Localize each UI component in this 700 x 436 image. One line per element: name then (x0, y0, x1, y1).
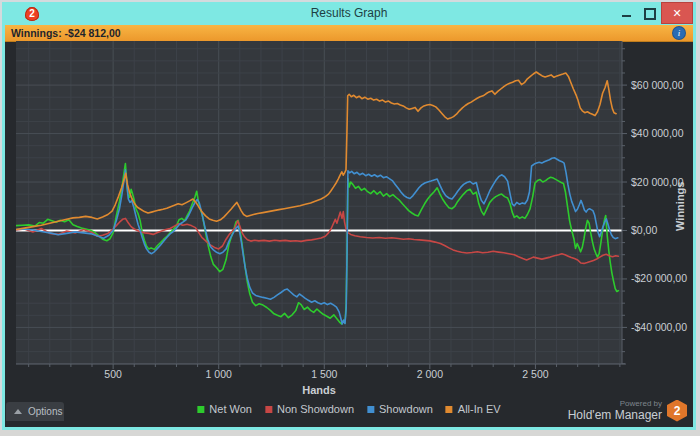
x-tick-label: 1 000 (206, 368, 232, 380)
x-tick-label: 1 500 (311, 368, 337, 380)
legend-label: All-In EV (458, 403, 501, 415)
legend-item-net-won[interactable]: Net Won (197, 403, 252, 415)
minimize-icon (622, 15, 631, 17)
winnings-value: -$24 812,00 (65, 27, 121, 39)
desktop-edge (0, 430, 700, 436)
hm2-brand-icon: 2 (667, 400, 687, 422)
maximize-button[interactable] (639, 2, 661, 24)
x-tick-label: 2 000 (417, 368, 443, 380)
legend-swatch-icon (265, 406, 272, 413)
y-tick-label: $60 000,00 (631, 79, 684, 91)
powered-by-block: Powered by Hold'em Manager 2 (568, 399, 687, 422)
legend-swatch-icon (367, 406, 374, 413)
brand-name: Hold'em Manager (568, 408, 662, 422)
winnings-banner: Winnings: -$24 812,00 i (5, 25, 693, 42)
minimize-button[interactable] (617, 2, 639, 24)
legend-label: Non Showdown (277, 403, 354, 415)
y-tick-label: $40 000,00 (631, 127, 684, 139)
legend-item-showdown[interactable]: Showdown (367, 403, 433, 415)
options-label: Options (28, 406, 62, 417)
legend-swatch-icon (446, 406, 453, 413)
title-bar[interactable]: 2 Results Graph ✕ (5, 4, 693, 25)
legend-swatch-icon (197, 406, 204, 413)
x-tick-label: 500 (104, 368, 122, 380)
results-chart: 5001 0001 5002 0002 500$60 000,00$40 000… (16, 41, 693, 399)
y-tick-label: -$40 000,00 (631, 321, 687, 333)
chevron-up-icon (14, 409, 22, 414)
maximize-icon (644, 8, 656, 20)
y-axis-title: Winnings (674, 182, 686, 231)
info-icon[interactable]: i (673, 27, 685, 39)
legend-label: Showdown (379, 403, 433, 415)
window-title: Results Graph (5, 6, 693, 20)
close-button[interactable]: ✕ (661, 2, 693, 24)
x-tick-label: 2 500 (522, 368, 548, 380)
winnings-summary: Winnings: -$24 812,00 (11, 27, 121, 39)
legend: Net WonNon ShowdownShowdownAll-In EV (197, 403, 500, 415)
winnings-label: Winnings: (11, 27, 62, 39)
legend-item-non-showdown[interactable]: Non Showdown (265, 403, 354, 415)
y-tick-label: $0,00 (631, 224, 657, 236)
legend-label: Net Won (209, 403, 252, 415)
options-button[interactable]: Options (6, 402, 64, 421)
powered-by-label: Powered by (620, 399, 662, 408)
results-graph-window: 2 Results Graph ✕ Winnings: -$24 812,00 … (2, 2, 696, 430)
y-tick-label: -$20 000,00 (631, 272, 687, 284)
x-axis-title: Hands (302, 384, 336, 396)
legend-item-all-in-ev[interactable]: All-In EV (446, 403, 501, 415)
